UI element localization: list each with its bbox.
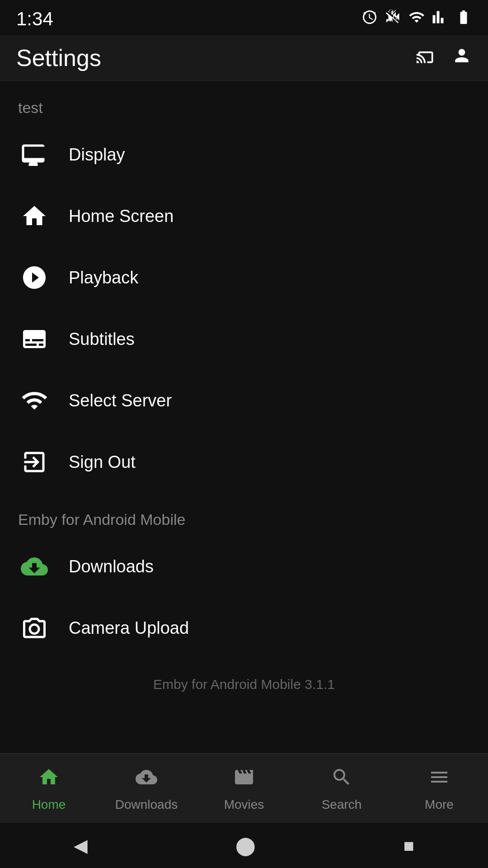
- content: test Display Home Screen Playback Subtit…: [0, 81, 488, 783]
- menu-item-home-screen[interactable]: Home Screen: [0, 185, 488, 247]
- nav-label-more: More: [425, 797, 454, 812]
- downloads-icon: [18, 550, 51, 583]
- nav-movies-icon: [233, 766, 255, 793]
- select-server-icon: [18, 384, 51, 417]
- nav-more-icon: [428, 766, 450, 793]
- back-button[interactable]: ◀: [74, 835, 88, 856]
- menu-label-home-screen: Home Screen: [69, 207, 174, 226]
- bottom-nav: Home Downloads Movies Search More: [0, 753, 488, 823]
- menu-label-select-server: Select Server: [69, 391, 172, 410]
- nav-item-home[interactable]: Home: [0, 754, 98, 823]
- nav-label-movies: Movies: [224, 797, 264, 812]
- menu-item-select-server[interactable]: Select Server: [0, 370, 488, 431]
- menu-label-subtitles: Subtitles: [69, 330, 135, 349]
- menu-item-subtitles[interactable]: Subtitles: [0, 308, 488, 370]
- nav-label-downloads: Downloads: [115, 797, 178, 812]
- page-title: Settings: [16, 44, 101, 71]
- home-button[interactable]: ⬤: [235, 835, 256, 856]
- nav-item-search[interactable]: Search: [293, 754, 390, 823]
- menu-item-playback[interactable]: Playback: [0, 247, 488, 308]
- profile-icon[interactable]: [452, 46, 472, 70]
- nav-downloads-icon: [136, 766, 157, 793]
- nav-item-more[interactable]: More: [390, 754, 488, 823]
- status-bar: 1:34: [0, 0, 488, 35]
- recents-button[interactable]: ■: [404, 835, 414, 856]
- cast-icon[interactable]: [416, 46, 436, 70]
- status-time: 1:34: [16, 8, 53, 30]
- nav-home-icon: [38, 766, 60, 793]
- nav-search-icon: [331, 766, 352, 793]
- menu-label-sign-out: Sign Out: [69, 453, 136, 472]
- nav-label-home: Home: [32, 797, 66, 812]
- menu-item-camera-upload[interactable]: Camera Upload: [0, 597, 488, 659]
- menu-label-display: Display: [69, 145, 125, 165]
- home-screen-icon: [18, 200, 51, 232]
- display-icon: [18, 138, 51, 171]
- mute-icon: [385, 9, 401, 29]
- nav-item-downloads[interactable]: Downloads: [98, 754, 195, 823]
- alarm-icon: [361, 9, 378, 29]
- section-label-emby: Emby for Android Mobile: [0, 493, 488, 536]
- menu-item-sign-out[interactable]: Sign Out: [0, 431, 488, 493]
- sign-out-icon: [18, 446, 51, 478]
- menu-label-playback: Playback: [69, 268, 138, 288]
- section-label-test: test: [0, 81, 488, 124]
- wifi-icon: [408, 9, 425, 29]
- system-nav: ◀ ⬤ ■: [0, 823, 488, 868]
- signal-icon: [432, 9, 448, 29]
- header: Settings: [0, 35, 488, 80]
- version-text: Emby for Android Mobile 3.1.1: [0, 659, 488, 701]
- nav-item-movies[interactable]: Movies: [195, 754, 293, 823]
- playback-icon: [18, 261, 51, 294]
- menu-label-camera-upload: Camera Upload: [69, 618, 189, 638]
- header-actions: [416, 46, 472, 70]
- menu-item-display[interactable]: Display: [0, 124, 488, 185]
- menu-item-downloads[interactable]: Downloads: [0, 536, 488, 597]
- nav-label-search: Search: [322, 797, 362, 812]
- subtitles-icon: [18, 323, 51, 355]
- status-icons: [361, 9, 472, 29]
- battery-icon: [455, 9, 472, 29]
- menu-label-downloads: Downloads: [69, 557, 154, 576]
- camera-upload-icon: [18, 612, 51, 644]
